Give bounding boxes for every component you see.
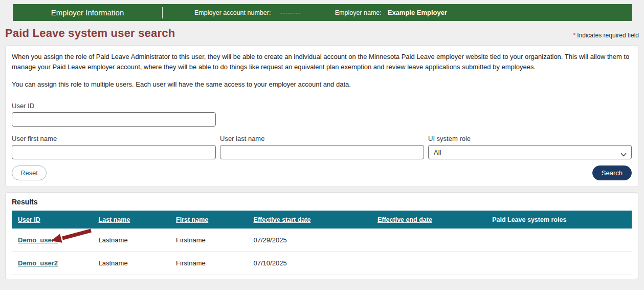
table-row: Demo_user1 Lastname Firstname 07/29/2025 <box>12 229 632 252</box>
intro-paragraph-2: You can assign this role to multiple use… <box>12 79 632 90</box>
employer-information-title: Employer Information <box>13 8 162 17</box>
employer-account-number: Employer account number: -------- <box>194 9 301 16</box>
required-field-note: *Indicates required field <box>573 32 639 40</box>
employer-name: Employer name: Example Employer <box>335 9 447 16</box>
page-title-row: Paid Leave system user search *Indicates… <box>5 27 639 40</box>
page-title: Paid Leave system user search <box>5 27 175 40</box>
employer-header-bar: Employer Information Employer account nu… <box>13 4 632 21</box>
last-name-input[interactable] <box>220 145 424 159</box>
results-table: User ID Last name First name Effective s… <box>12 211 632 275</box>
column-header-last-name[interactable]: Last name <box>93 211 170 229</box>
user-id-link-demo-user2[interactable]: Demo_user2 <box>18 259 58 267</box>
name-and-role-row: User first name User last name UI system… <box>12 135 632 159</box>
cell-first-name: Firstname <box>170 229 248 252</box>
last-name-field-group: User last name <box>220 135 424 159</box>
employer-account-number-value: -------- <box>280 9 301 16</box>
column-header-first-name[interactable]: First name <box>170 211 248 229</box>
user-id-field-group: User ID <box>12 102 632 127</box>
role-label: UI system role <box>428 135 632 142</box>
column-header-effective-end-date[interactable]: Effective end date <box>371 211 486 229</box>
role-select-wrap: All <box>428 145 632 159</box>
first-name-field-group: User first name <box>12 135 216 159</box>
role-field-group: UI system role All <box>428 135 632 159</box>
column-header-paid-leave-system-roles: Paid Leave system roles <box>486 211 632 229</box>
required-asterisk: * <box>573 32 576 39</box>
results-table-header: User ID Last name First name Effective s… <box>12 211 632 229</box>
search-button[interactable]: Search <box>592 165 632 180</box>
employer-account-number-label: Employer account number: <box>194 9 271 16</box>
cell-effective-end-date <box>371 252 486 275</box>
user-search-panel: When you assign the role of Paid Leave A… <box>5 45 638 187</box>
reset-button[interactable]: Reset <box>12 165 47 180</box>
table-row: Demo_user2 Lastname Firstname 07/10/2025 <box>12 252 632 275</box>
cell-last-name: Lastname <box>93 252 170 275</box>
column-header-user-id[interactable]: User ID <box>12 211 93 229</box>
user-id-link-demo-user1[interactable]: Demo_user1 <box>18 236 58 244</box>
column-header-effective-start-date[interactable]: Effective start date <box>248 211 371 229</box>
cell-effective-end-date <box>371 229 486 252</box>
last-name-label: User last name <box>220 135 424 142</box>
header-divider <box>162 7 163 18</box>
results-heading: Results <box>12 198 632 206</box>
first-name-input[interactable] <box>12 145 216 159</box>
cell-effective-start-date: 07/10/2025 <box>248 252 371 275</box>
role-select[interactable]: All <box>428 145 632 159</box>
user-id-input[interactable] <box>12 112 216 127</box>
cell-paid-leave-system-roles <box>486 229 632 252</box>
employer-name-label: Employer name: <box>335 9 382 16</box>
user-id-label: User ID <box>12 102 632 110</box>
employer-name-value: Example Employer <box>388 9 447 16</box>
results-panel: Results User ID Last name First name Eff… <box>5 192 638 279</box>
form-buttons-row: Reset Search <box>12 165 632 180</box>
intro-text: When you assign the role of Paid Leave A… <box>12 52 632 90</box>
cell-first-name: Firstname <box>170 252 248 275</box>
search-form: User ID User first name User last name U… <box>12 102 632 180</box>
required-note-text: Indicates required field <box>577 32 639 39</box>
cell-last-name: Lastname <box>93 229 170 252</box>
first-name-label: User first name <box>12 135 216 142</box>
cell-paid-leave-system-roles <box>486 252 632 275</box>
intro-paragraph-1: When you assign the role of Paid Leave A… <box>12 52 632 72</box>
cell-effective-start-date: 07/29/2025 <box>248 229 371 252</box>
